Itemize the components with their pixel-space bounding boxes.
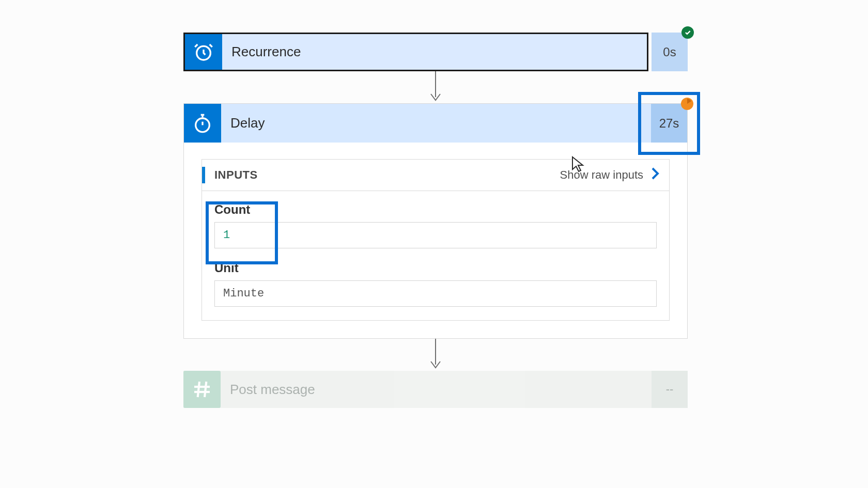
running-status-icon xyxy=(681,98,693,110)
inputs-title: INPUTS xyxy=(214,168,258,182)
delay-header[interactable]: Delay 27s xyxy=(184,104,687,143)
recurrence-duration: 0s xyxy=(652,33,688,71)
arrow-down-icon xyxy=(183,71,688,103)
inputs-header: INPUTS Show raw inputs xyxy=(202,160,669,191)
count-label: Count xyxy=(214,202,657,217)
delay-step[interactable]: Delay 27s INPUTS Show raw in xyxy=(183,103,688,339)
chevron-right-icon xyxy=(650,167,660,183)
delay-body: INPUTS Show raw inputs Count xyxy=(184,143,687,338)
delay-duration-text: 27s xyxy=(659,116,679,131)
recurrence-step[interactable]: Recurrence 0s xyxy=(183,33,688,71)
svg-point-2 xyxy=(196,118,210,132)
inputs-accent xyxy=(202,167,205,183)
count-value: 1 xyxy=(214,222,657,248)
stopwatch-icon xyxy=(184,104,221,143)
checkmark-circle-icon xyxy=(681,26,694,39)
count-field: Count 1 xyxy=(214,202,657,248)
post-message-step[interactable]: Post message -- xyxy=(183,371,688,408)
delay-duration: 27s xyxy=(651,104,687,143)
hashtag-icon xyxy=(183,371,221,408)
post-message-title: Post message xyxy=(221,371,652,408)
delay-title: Delay xyxy=(221,104,651,143)
show-raw-inputs-label: Show raw inputs xyxy=(560,168,643,182)
recurrence-title: Recurrence xyxy=(222,34,647,70)
unit-field: Unit Minute xyxy=(214,261,657,307)
unit-value: Minute xyxy=(214,280,657,307)
post-message-duration: -- xyxy=(652,371,688,408)
show-raw-inputs-link[interactable]: Show raw inputs xyxy=(560,167,660,183)
recurrence-duration-text: 0s xyxy=(663,45,676,59)
unit-label: Unit xyxy=(214,261,657,275)
arrow-down-icon xyxy=(183,339,688,371)
inputs-panel: INPUTS Show raw inputs Count xyxy=(202,159,670,321)
clock-alarm-icon xyxy=(185,34,222,70)
